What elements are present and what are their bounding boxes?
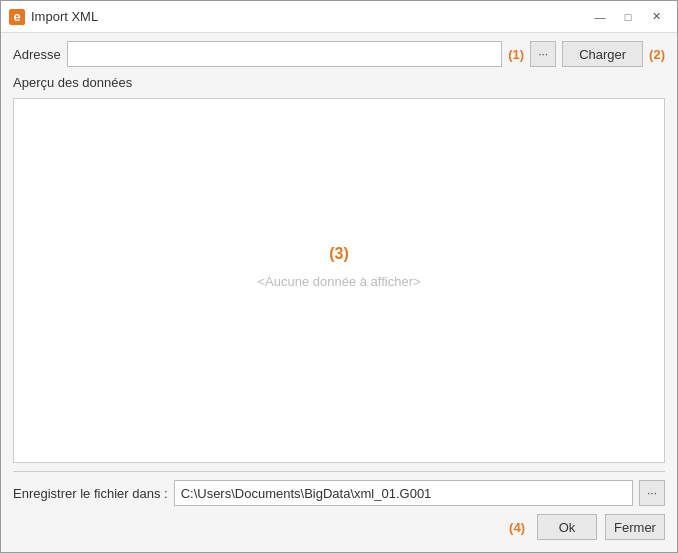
close-button[interactable]: ✕ <box>643 7 669 27</box>
save-label: Enregistrer le fichier dans : <box>13 486 168 501</box>
charger-button[interactable]: Charger <box>562 41 643 67</box>
import-xml-window: e Import XML — □ ✕ Adresse (1) ··· Charg… <box>0 0 678 553</box>
preview-annotation: (3) <box>329 245 349 263</box>
action-row: (4) Ok Fermer <box>13 514 665 544</box>
address-label: Adresse <box>13 47 61 62</box>
save-input[interactable] <box>174 480 633 506</box>
address-input-container <box>67 41 503 67</box>
bottom-section: Enregistrer le fichier dans : ··· (4) Ok… <box>13 471 665 544</box>
title-bar: e Import XML — □ ✕ <box>1 1 677 33</box>
app-icon: e <box>9 9 25 25</box>
window-title: Import XML <box>31 9 98 24</box>
fermer-button[interactable]: Fermer <box>605 514 665 540</box>
save-row: Enregistrer le fichier dans : ··· <box>13 480 665 506</box>
preview-section-label: Aperçu des données <box>13 75 665 90</box>
preview-empty-text: <Aucune donnée à afficher> <box>257 273 420 288</box>
charger-annotation: (2) <box>649 47 665 62</box>
title-controls: — □ ✕ <box>587 7 669 27</box>
ok-button[interactable]: Ok <box>537 514 597 540</box>
preview-area: (3) <Aucune donnée à afficher> <box>13 98 665 463</box>
address-row: Adresse (1) ··· Charger (2) <box>13 41 665 67</box>
minimize-button[interactable]: — <box>587 7 613 27</box>
action-annotation: (4) <box>509 520 525 535</box>
maximize-button[interactable]: □ <box>615 7 641 27</box>
main-content: Adresse (1) ··· Charger (2) Aperçu des d… <box>1 33 677 552</box>
title-bar-left: e Import XML <box>9 9 98 25</box>
address-browse-button[interactable]: ··· <box>530 41 556 67</box>
address-annotation: (1) <box>508 47 524 62</box>
save-browse-button[interactable]: ··· <box>639 480 665 506</box>
address-input[interactable] <box>67 41 503 67</box>
